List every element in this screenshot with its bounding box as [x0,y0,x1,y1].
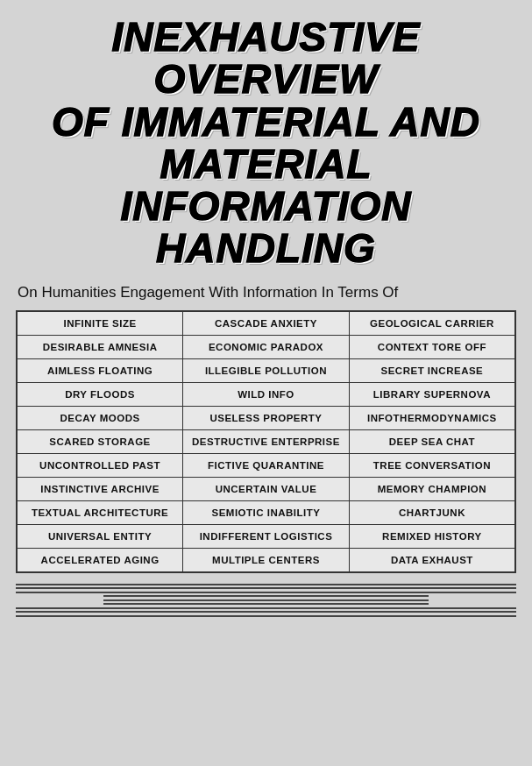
decorative-line [16,607,516,609]
table-cell: DRY FLOODS [17,382,183,406]
table-cell: FICTIVE QUARANTINE [183,453,350,477]
table-cell: DESTRUCTIVE ENTERPRISE [183,429,350,453]
decorative-line [16,584,516,585]
decorative-lines [16,584,516,617]
table-row: AIMLESS FLOATINGILLEGIBLE POLLUTIONSECRE… [17,358,515,382]
table-row: DRY FLOODSWILD INFOLIBRARY SUPERNOVA [17,382,515,406]
table-cell: DECAY MOODS [17,406,183,429]
table-cell: CASCADE ANXIETY [183,311,350,336]
table-cell: CHARTJUNK [349,500,515,524]
table-cell: LIBRARY SUPERNOVA [349,382,515,406]
table-cell: TEXTUAL ARCHITECTURE [17,500,183,524]
table-row: INFINITE SIZECASCADE ANXIETYGEOLOGICAL C… [17,311,515,336]
decorative-line [16,615,516,617]
table-cell: USELESS PROPERTY [183,406,350,429]
table-row: INSTINCTIVE ARCHIVEUNCERTAIN VALUEMEMORY… [17,477,515,500]
table-row: UNCONTROLLED PASTFICTIVE QUARANTINETREE … [17,453,515,477]
table-row: SCARED STORAGEDESTRUCTIVE ENTERPRISEDEEP… [17,429,515,453]
table-cell: MULTIPLE CENTERS [183,548,350,572]
decorative-line [16,592,516,593]
table-row: DECAY MOODSUSELESS PROPERTYINFOTHERMODYN… [17,406,515,429]
table-cell: SCARED STORAGE [17,429,183,453]
table-row: ACCELERATED AGINGMULTIPLE CENTERSDATA EX… [17,548,515,572]
table-cell: REMIXED HISTORY [349,524,515,548]
decorative-line-mid [103,603,429,605]
title-line3: MATERIAL INFORMATION [16,143,516,228]
title-block: INEXHAUSTIVE OVERVIEW OF IMMATERIAL AND … [16,16,516,270]
decorative-line [16,611,516,613]
table-cell: ILLEGIBLE POLLUTION [183,358,350,382]
table-cell: ECONOMIC PARADOX [183,335,350,358]
table-cell: AIMLESS FLOATING [17,358,183,382]
table-cell: UNIVERSAL ENTITY [17,524,183,548]
table-cell: DEEP SEA CHAT [349,429,515,453]
table-cell: TREE CONVERSATION [349,453,515,477]
table-cell: UNCONTROLLED PAST [17,453,183,477]
table-cell: INDIFFERENT LOGISTICS [183,524,350,548]
table-cell: SEMIOTIC INABILITY [183,500,350,524]
table-cell: INFINITE SIZE [17,311,183,336]
lines-section [16,584,516,617]
table-cell: INSTINCTIVE ARCHIVE [17,477,183,500]
table-cell: DESIRABLE AMNESIA [17,335,183,358]
table-row: DESIRABLE AMNESIAECONOMIC PARADOXCONTEXT… [17,335,515,358]
title-line1: INEXHAUSTIVE OVERVIEW [16,16,516,101]
table-cell: CONTEXT TORE OFF [349,335,515,358]
decorative-line-mid [103,595,429,597]
decorative-line [16,587,516,589]
table-cell: MEMORY CHAMPION [349,477,515,500]
table-row: TEXTUAL ARCHITECTURESEMIOTIC INABILITYCH… [17,500,515,524]
table-cell: UNCERTAIN VALUE [183,477,350,500]
table-cell: INFOTHERMODYNAMICS [349,406,515,429]
table-cell: GEOLOGICAL CARRIER [349,311,515,336]
table-row: UNIVERSAL ENTITYINDIFFERENT LOGISTICSREM… [17,524,515,548]
decorative-line-mid [103,599,429,601]
title-line2: OF IMMATERIAL AND [16,101,516,143]
table-cell: ACCELERATED AGING [17,548,183,572]
subtitle: On Humanities Engagement With Informatio… [18,284,518,301]
title-line4: HANDLING [16,227,516,269]
table-cell: DATA EXHAUST [349,548,515,572]
table-cell: WILD INFO [183,382,350,406]
table-cell: SECRET INCREASE [349,358,515,382]
main-table: INFINITE SIZECASCADE ANXIETYGEOLOGICAL C… [16,310,516,573]
